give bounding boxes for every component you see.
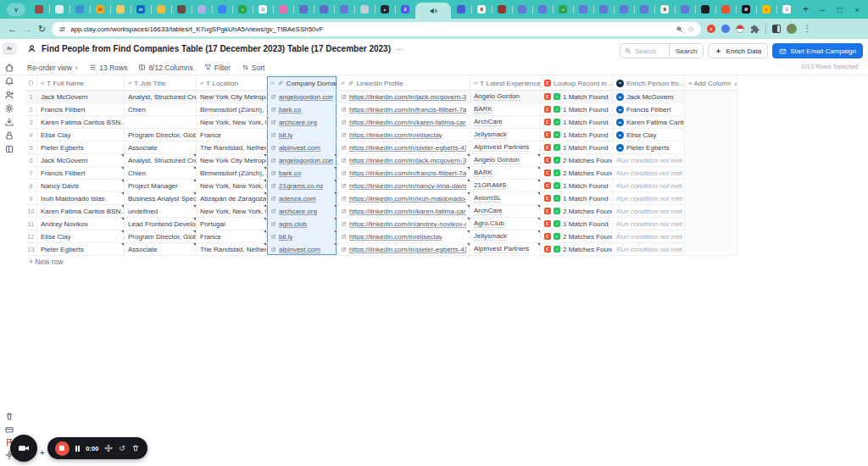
cell-full-name[interactable]: Karen Fatima Caritos BSN... [37, 116, 125, 128]
cell-company-domain[interactable]: archcare.org [267, 116, 337, 128]
cell-lookup-record[interactable]: C✓2 Matches Found [541, 230, 613, 242]
cell-job-title[interactable]: Business Analyst Specialist [125, 192, 197, 204]
add-column-button[interactable]: + Add Column∨ [685, 76, 737, 90]
sort-button[interactable]: Sort [242, 64, 265, 72]
side-panel-icon[interactable] [772, 25, 781, 33]
browser-tab[interactable] [593, 0, 614, 19]
cell-job-title[interactable]: Associate [125, 243, 197, 255]
cell-full-name[interactable]: Nancy Davis [37, 180, 125, 191]
browser-tab[interactable] [715, 0, 736, 19]
column-header-lookup-record[interactable]: CLookup Record in ...▶ [541, 76, 613, 90]
book-panel-icon[interactable] [4, 142, 14, 153]
cell-lookup-record[interactable]: C✓2 Matches Found [541, 167, 613, 179]
cell-linkedin-profile[interactable]: https://linkedin.com/in/karen-fatima-car… [337, 116, 470, 128]
cell-linkedin-profile[interactable]: https://linkedin.com/in/nancy-irina-davi… [337, 180, 470, 191]
new-row-button[interactable]: + New row [25, 256, 63, 268]
cell-job-title[interactable]: Chien [125, 103, 197, 115]
cell-job-title[interactable]: Analyst, Structured Credit [125, 91, 197, 103]
cell-linkedin-profile[interactable]: https://linkedin.com/in/pieter-egberts-4… [337, 141, 470, 153]
cell-enrich-person[interactable]: inPieter Egberts [613, 141, 685, 153]
cell-latest-experience[interactable]: AxiomSL [470, 192, 541, 204]
cell-company-domain[interactable]: bark.co [267, 103, 337, 115]
cell-job-title[interactable]: Lead Frontend Developer [125, 218, 197, 230]
browser-tab[interactable] [293, 0, 314, 19]
cell-full-name[interactable]: Ixuh Maldonado Islas [37, 192, 125, 204]
browser-tab[interactable]: M [736, 0, 756, 19]
row-number[interactable]: 3 [25, 116, 37, 128]
settings-gear-icon[interactable] [4, 102, 14, 112]
row-number[interactable]: 9 [25, 192, 37, 204]
cell-job-title[interactable]: Chien [125, 167, 197, 179]
cell-full-name[interactable]: Pieter Egberts [37, 243, 125, 255]
column-header-location[interactable]: ⇄TLocation [197, 76, 267, 90]
cell-job-title[interactable] [125, 116, 197, 128]
cell-enrich-person[interactable]: inRun condition not met [613, 218, 685, 230]
cell-latest-experience[interactable]: BARK [470, 167, 541, 179]
cell-company-domain[interactable]: bit.ly [267, 129, 337, 141]
cell-full-name[interactable]: Elise Clay [37, 129, 125, 141]
reorder-view-dropdown[interactable]: Re-order view∨ [27, 64, 78, 72]
cell-enrich-person[interactable]: inRun condition not met [613, 167, 685, 179]
minimize-button[interactable]: – [820, 5, 824, 14]
forward-button[interactable]: → [23, 25, 32, 34]
browser-tab[interactable]: 31 [253, 0, 273, 19]
browser-tab[interactable] [512, 0, 532, 19]
browser-tab[interactable] [70, 0, 90, 19]
cell-latest-experience[interactable]: AlpInvest Partners [470, 243, 541, 255]
cell-lookup-record[interactable]: C✓1 Match Found [541, 180, 613, 191]
cell-company-domain[interactable]: archcare.org [267, 205, 337, 217]
browser-tab[interactable] [695, 0, 715, 19]
cell-lookup-record[interactable]: C✓1 Match Found [541, 116, 613, 128]
browser-tab[interactable] [314, 0, 334, 19]
row-number[interactable]: 1 [25, 91, 37, 103]
inbox-card-icon[interactable] [4, 423, 14, 433]
extension-pokeball-icon[interactable] [736, 25, 744, 33]
cell-location[interactable]: Birmensdorf (Zürich), Zuri... [197, 103, 267, 115]
cell-company-domain[interactable]: 21grams.co.nz [267, 180, 337, 191]
cell-location[interactable]: The Randstad, Netherlands [197, 243, 267, 255]
tab-search-button[interactable]: ∨ [7, 3, 25, 16]
pause-button[interactable] [75, 446, 81, 452]
stop-recording-button[interactable] [55, 441, 70, 456]
browser-tab[interactable] [675, 0, 695, 19]
browser-tab[interactable] [151, 0, 171, 19]
cell-linkedin-profile[interactable]: https://linkedin.com/in/karen-fatima-car… [337, 205, 470, 217]
cell-full-name[interactable]: Francis Filibert [37, 167, 125, 179]
column-header-full-name[interactable]: ⇄TFull Name [37, 76, 125, 90]
column-header-job-title[interactable]: ⇄TJob Title [125, 76, 197, 90]
cell-enrich-person[interactable]: inElise Clay [613, 129, 685, 141]
cell-latest-experience[interactable]: ArchCare [470, 116, 541, 128]
add-column-body[interactable] [685, 91, 737, 256]
cell-latest-experience[interactable]: Agro.Club [470, 218, 541, 230]
cell-company-domain[interactable]: alpinvest.com [267, 243, 337, 255]
cell-job-title[interactable]: Program Director, Global ... [125, 129, 197, 141]
cell-enrich-person[interactable]: inJack McGovern [613, 91, 685, 103]
extension-flower-icon[interactable] [721, 25, 730, 33]
cell-linkedin-profile[interactable]: https://linkedin.com/in/ixuh-maldonado-i… [337, 192, 470, 204]
cell-full-name[interactable]: Andrey Novikov [37, 218, 125, 230]
cell-lookup-record[interactable]: C✓1 Match Found [541, 141, 613, 153]
column-header-company-domain[interactable]: ⇄Company Domain [267, 76, 337, 90]
cell-company-domain[interactable]: bark.co [267, 167, 337, 179]
reload-button[interactable]: ↻ [38, 25, 46, 34]
cell-lookup-record[interactable]: C✓2 Matches Found [541, 154, 613, 166]
browser-tab[interactable]: N [654, 0, 675, 19]
cell-location[interactable]: Portugal [197, 218, 267, 230]
cell-job-title[interactable]: Analyst, Structured Credit [125, 154, 197, 166]
row-number[interactable]: 4 [25, 129, 37, 141]
cell-enrich-person[interactable]: inRun condition not met [613, 154, 685, 166]
cell-lookup-record[interactable]: C✓1 Match Found [541, 91, 613, 103]
cell-linkedin-profile[interactable]: https://linkedin.com/in/pieter-egberts-4… [337, 243, 470, 255]
cell-latest-experience[interactable]: Angelo Gordon [470, 154, 541, 166]
cell-enrich-person[interactable]: inRun condition not met [613, 192, 685, 204]
cell-location[interactable]: New York, New York, Unit... [197, 180, 267, 191]
browser-tab[interactable]: G [776, 0, 797, 19]
cell-latest-experience[interactable]: ArchCare [470, 205, 541, 217]
browser-tab[interactable] [532, 0, 553, 19]
cell-job-title[interactable]: Associate [125, 141, 197, 153]
profile-avatar[interactable] [787, 24, 797, 34]
cell-job-title[interactable]: Program Director, Global ... [125, 230, 197, 242]
url-bar[interactable]: app.clay.com/workspaces/16633/tables/t_K… [52, 22, 701, 36]
cell-enrich-person[interactable]: inFrancis Filibert [613, 103, 685, 115]
row-number[interactable]: 10 [25, 205, 37, 217]
